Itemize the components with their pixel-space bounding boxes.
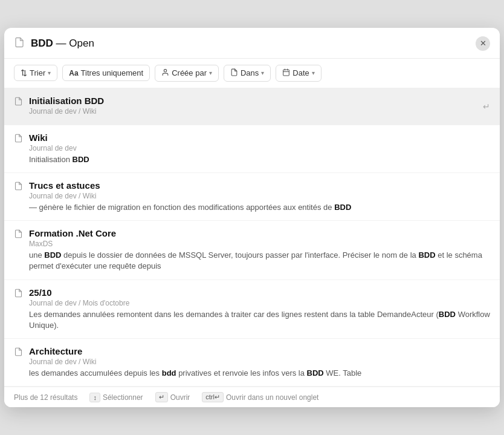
result-item[interactable]: Wiki Journal de dev Initialisation BDD [4, 125, 500, 173]
result-title: Wiki [29, 132, 490, 143]
date-filter[interactable]: Date ▾ [276, 65, 321, 82]
result-breadcrumb: Journal de dev / Wiki [29, 192, 490, 200]
match-highlight: BDD [307, 368, 324, 378]
modal-footer: Plus de 12 résultats ↕ Sélectionner ↵ Ou… [4, 387, 500, 407]
search-title: BDD — Open [31, 38, 470, 50]
modal-header: BDD — Open ✕ [4, 28, 500, 59]
match-highlight: BDD [418, 250, 435, 260]
result-breadcrumb: Journal de dev [29, 144, 490, 152]
open-tab-hint: ctrl↵ Ouvrir dans un nouvel onglet [202, 392, 318, 402]
result-item[interactable]: Trucs et astuces Journal de dev / Wiki —… [4, 173, 500, 221]
in-filter[interactable]: Dans ▾ [224, 65, 271, 82]
result-title: Trucs et astuces [29, 180, 490, 191]
created-by-filter[interactable]: Créée par ▾ [155, 65, 219, 82]
svg-rect-1 [283, 70, 289, 76]
chevron-down-icon: ▾ [209, 70, 212, 76]
match-highlight: BDD [73, 155, 89, 164]
result-item[interactable]: 25/10 Journal de dev / Mois d'octobre Le… [4, 280, 500, 339]
close-button[interactable]: ✕ [476, 36, 490, 51]
filter-bar: ⇅ Trier ▾ Aa Titres uniquement Créée par… [4, 59, 500, 88]
select-hint: ↕ Sélectionner [89, 393, 143, 402]
results-list: Initialisation BDD Journal de dev / Wiki… [4, 88, 500, 387]
result-snippet: Les demandes annulées remontent dans les… [29, 309, 490, 331]
result-content: 25/10 Journal de dev / Mois d'octobre Le… [29, 287, 490, 331]
result-breadcrumb: Journal de dev / Mois d'octobre [29, 299, 490, 307]
result-snippet: — génère le fichier de migration en fonc… [29, 202, 490, 213]
search-modal: BDD — Open ✕ ⇅ Trier ▾ Aa Titres uniquem… [4, 28, 500, 407]
more-results-label: Plus de 12 résultats [14, 393, 77, 402]
document-icon [14, 37, 25, 50]
result-item[interactable]: Architecture Journal de dev / Wiki les d… [4, 339, 500, 387]
document-icon [14, 229, 23, 240]
result-content: Formation .Net Core MaxDS une BDD depuis… [29, 228, 490, 272]
result-breadcrumb: MaxDS [29, 240, 490, 248]
enter-key-hint: ↵ [155, 392, 168, 402]
result-item[interactable]: Initialisation BDD Journal de dev / Wiki… [4, 88, 500, 125]
text-icon: Aa [69, 69, 78, 77]
ctrl-enter-key-hint: ctrl↵ [202, 392, 224, 402]
result-title: Formation .Net Core [29, 228, 490, 238]
result-content: Trucs et astuces Journal de dev / Wiki —… [29, 180, 490, 213]
result-content: Initialisation BDD Journal de dev / Wiki [29, 96, 490, 117]
result-title: 25/10 [29, 287, 490, 298]
result-breadcrumb: Journal de dev / Wiki [29, 107, 490, 116]
result-snippet: Initialisation BDD [29, 154, 490, 165]
svg-point-0 [164, 69, 167, 71]
result-breadcrumb: Journal de dev / Wiki [29, 358, 490, 366]
match-highlight: BDD [334, 203, 351, 212]
result-content: Wiki Journal de dev Initialisation BDD [29, 132, 490, 165]
match-highlight: BDD [44, 250, 61, 260]
result-snippet: une BDD depuis le dossier de données de … [29, 250, 490, 272]
result-snippet: les demandes accumulées depuis les bdd p… [29, 368, 490, 379]
sort-filter[interactable]: ⇅ Trier ▾ [14, 65, 57, 81]
result-content: Architecture Journal de dev / Wiki les d… [29, 346, 490, 379]
open-hint: ↵ Ouvrir [155, 392, 190, 402]
chevron-down-icon: ▾ [48, 70, 51, 76]
enter-icon: ↵ [483, 102, 490, 111]
match-highlight: bdd [162, 368, 176, 378]
document-icon [14, 97, 23, 108]
document-icon [14, 134, 23, 145]
chevron-down-icon: ▾ [261, 70, 264, 76]
arrow-key-hint: ↕ [89, 393, 100, 402]
calendar-icon [282, 68, 290, 78]
titles-filter[interactable]: Aa Titres uniquement [62, 65, 150, 81]
result-title: Architecture [29, 346, 490, 356]
document-icon [14, 347, 23, 358]
document-icon [14, 182, 23, 192]
sort-icon: ⇅ [21, 68, 27, 77]
chevron-down-icon: ▾ [312, 70, 315, 76]
person-icon [161, 68, 169, 78]
result-title: Initialisation BDD [29, 96, 490, 106]
file-icon [230, 68, 238, 78]
document-icon [14, 289, 23, 299]
match-highlight: BDD [439, 310, 456, 319]
result-item[interactable]: Formation .Net Core MaxDS une BDD depuis… [4, 221, 500, 280]
